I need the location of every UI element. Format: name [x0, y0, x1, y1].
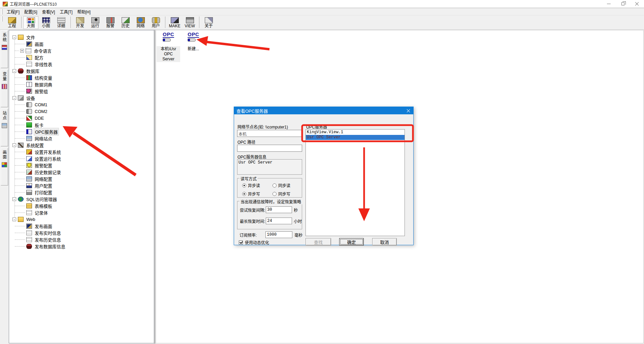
tree-item-dde[interactable]: DDE: [9, 115, 154, 121]
toolbar-button-alarm[interactable]: 报警: [103, 16, 118, 29]
max-recovery-input[interactable]: 24: [266, 218, 292, 224]
tree-item-opc-server[interactable]: OPC服务器: [9, 128, 154, 135]
radio-async-write[interactable]: 异步写: [242, 191, 272, 197]
optimize-row[interactable]: 使用动态优化: [239, 239, 269, 245]
find-button[interactable]: 查找: [305, 238, 331, 246]
user-config-icon: [26, 183, 32, 188]
tree-item-nonlinear-table[interactable]: 非线性表: [9, 61, 154, 67]
minimize-button[interactable]: [602, 0, 616, 8]
tree-item-label: 命令语言: [33, 47, 53, 54]
tree-item-recipe[interactable]: 配方: [9, 54, 154, 61]
subscribe-label: 订阅频率:: [239, 232, 257, 238]
retry-interval-input[interactable]: 30: [266, 206, 292, 213]
opc-server-listbox[interactable]: KingView.View.1Usr OPC Server: [305, 129, 405, 236]
tree-item-network-station[interactable]: 网络站点: [9, 135, 154, 142]
tree-item-run-system[interactable]: 设置运行系统: [9, 155, 154, 162]
optimize-checkbox[interactable]: [239, 240, 243, 245]
read-write-group: 读写方式 异步读同步读异步写同步写: [237, 178, 302, 198]
dialog-body: 网络节点名(如: \\computer1) 本机 OPC 路径 OPC服务器信息…: [234, 114, 413, 245]
toolbar-button-network[interactable]: 网络: [133, 16, 148, 29]
toolbar-button-about[interactable]: 关于: [201, 16, 216, 29]
tree-item-alarm-group[interactable]: 报警组: [9, 88, 154, 94]
collapse-icon[interactable]: -: [12, 35, 16, 39]
tree-item-publish-realtime[interactable]: 发布实时信息: [9, 229, 154, 236]
menu-item-tools[interactable]: 工具[T]: [57, 8, 75, 16]
tree-item-screen[interactable]: 画面: [9, 40, 154, 47]
publish-screen-icon: [26, 224, 32, 229]
menu-item-view[interactable]: 查看[V]: [40, 8, 58, 16]
menu-item-project[interactable]: 工程[F]: [4, 8, 22, 16]
tree-item-user-config[interactable]: 用户配置: [9, 182, 154, 189]
close-button[interactable]: [630, 0, 644, 8]
toolbar-button-make[interactable]: MAKE: [167, 16, 182, 29]
ok-button[interactable]: 确定: [339, 238, 364, 246]
toolbar-button-view[interactable]: VIEW: [182, 16, 197, 29]
cancel-button[interactable]: 取消: [372, 238, 397, 246]
tree-item-record-body[interactable]: 记录体: [9, 209, 154, 216]
tree-item-alarm-config[interactable]: 报警配置: [9, 162, 154, 169]
radio-sync-read[interactable]: 同步读: [272, 182, 303, 188]
toolbar-button-run[interactable]: 运行: [88, 16, 103, 29]
toolbar-button-develop[interactable]: 开发: [72, 16, 88, 29]
collapse-icon[interactable]: -: [12, 143, 16, 147]
collapse-icon[interactable]: -: [12, 96, 16, 100]
run-icon: [91, 17, 99, 23]
expand-icon[interactable]: +: [20, 49, 24, 53]
toolbar-button-details[interactable]: 详细: [54, 16, 69, 29]
tree-item-system-config[interactable]: -系统配置: [9, 142, 154, 148]
radio-async-read[interactable]: 异步读: [242, 182, 272, 188]
recipe-icon: [26, 55, 32, 60]
screen-tab-icon: [2, 162, 7, 167]
opc-item-new[interactable]: OPC新建...: [182, 32, 205, 52]
tree-item-print-config[interactable]: 打印配置: [9, 189, 154, 196]
toolbar-gripper: [1, 16, 3, 22]
variable-tab-icon: [2, 84, 7, 89]
toolbar-button-small-icons[interactable]: 小图: [38, 16, 54, 29]
dialog-close-button[interactable]: [403, 107, 413, 114]
tree-item-device[interactable]: -设备: [9, 94, 154, 101]
server-list-item[interactable]: KingView.View.1: [306, 130, 405, 135]
tree-item-board-card[interactable]: 板卡: [9, 121, 154, 128]
tree-item-publish-database[interactable]: 发布数据库信息: [9, 243, 154, 250]
tree-item-web[interactable]: -Web: [9, 216, 154, 223]
toolbar-button-project[interactable]: 工程: [4, 16, 20, 29]
collapse-icon[interactable]: -: [12, 197, 16, 201]
tree-item-publish-screen[interactable]: 发布画面: [9, 223, 154, 229]
toolbar-button-large-icons[interactable]: 大图: [23, 16, 38, 29]
radio-sync-write[interactable]: 同步写: [272, 191, 303, 197]
tree-item-sql-manager[interactable]: -SQL访问管理器: [9, 196, 154, 202]
node-name-input[interactable]: 本机: [237, 130, 302, 137]
subscribe-input[interactable]: 1000: [265, 231, 292, 238]
tree-item-publish-history[interactable]: 发布历史信息: [9, 236, 154, 243]
side-tab-strip: 系统变量站点画面: [0, 30, 9, 344]
menu-item-config[interactable]: 配置[S]: [22, 8, 40, 16]
opc-path-input[interactable]: [237, 145, 302, 152]
tree-item-network-config[interactable]: 网络配置: [9, 175, 154, 182]
toolbar-button-user[interactable]: 用户: [148, 16, 163, 29]
restore-button[interactable]: [616, 0, 630, 8]
tree-item-dev-system[interactable]: 设置开发系统: [9, 148, 154, 155]
side-tab-screen[interactable]: 画面: [1, 148, 8, 185]
tree-item-table-template[interactable]: 表格模板: [9, 202, 154, 209]
tree-item-file[interactable]: -文件: [9, 34, 154, 40]
tree-item-struct-var[interactable]: 结构变量: [9, 74, 154, 81]
server-list-item[interactable]: Usr OPC Server: [306, 135, 405, 140]
collapse-icon[interactable]: -: [12, 69, 16, 73]
opc-item-host[interactable]: OPC本机\UsrOPC Server: [157, 32, 180, 62]
side-tab-system[interactable]: 系统: [1, 30, 8, 68]
opc-item-label: 本机\UsrOPC Server: [157, 46, 180, 62]
side-tab-variable[interactable]: 变量: [1, 69, 8, 107]
dde-icon: [26, 116, 32, 121]
tree-item-com2[interactable]: COM2: [9, 108, 154, 115]
collapse-icon[interactable]: -: [12, 218, 16, 221]
tree-item-history-record[interactable]: 历史数据记录: [9, 169, 154, 175]
side-tab-station[interactable]: 站点: [1, 109, 8, 146]
tree-item-com1[interactable]: COM1: [9, 101, 154, 108]
tree-item-command-language[interactable]: +命令语言: [9, 47, 154, 54]
menu-item-help[interactable]: 帮助[H]: [75, 8, 93, 16]
tree-item-database[interactable]: -数据库: [9, 67, 154, 74]
recovery-group: 当出现通信故障时，设定恢复策略 尝试恢复间隔:30秒最长恢复时间:24小时: [237, 201, 302, 229]
history-icon: [122, 17, 130, 23]
tree-item-data-dictionary[interactable]: 数据词典: [9, 81, 154, 88]
toolbar-button-history[interactable]: 历史: [118, 16, 133, 29]
